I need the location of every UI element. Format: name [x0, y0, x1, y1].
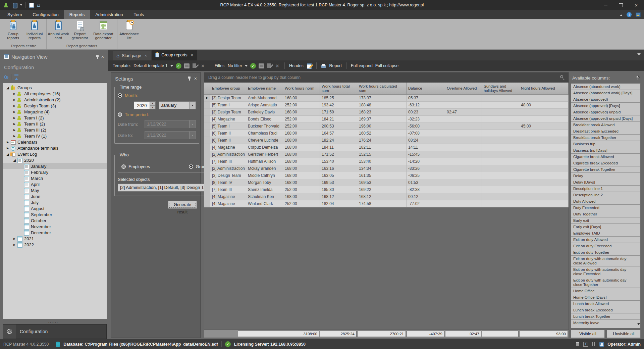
grid-row[interactable]: [4] MagazineSchulman Ken168:00168:12168:…	[204, 193, 569, 200]
available-column-item[interactable]: Cigarette break Allowed	[571, 154, 640, 160]
row-selector[interactable]	[204, 165, 210, 172]
column-header-night-hours-allowed[interactable]: Night hours Allowed	[519, 83, 569, 94]
available-column-item[interactable]: Maternity leave [Days]	[571, 326, 640, 328]
edit-template-icon[interactable]	[192, 63, 198, 68]
employees-radio-row[interactable]: Employees	[121, 164, 189, 169]
collapsed-arrow-icon[interactable]	[12, 243, 17, 246]
month-select[interactable]: January	[159, 101, 196, 109]
grid-row[interactable]: [3] Design TeamArab Muhannad168:00185:25…	[204, 95, 569, 102]
report-button[interactable]: Report	[329, 63, 342, 68]
row-selector[interactable]	[204, 109, 210, 116]
grid-row[interactable]: [2] AdministractionMckay Branden168:0016…	[204, 165, 569, 172]
collapsed-arrow-icon[interactable]	[12, 110, 17, 113]
nav-resize-handle[interactable]: ......	[0, 319, 107, 323]
tree-item-event-log[interactable]: Event Log	[3, 151, 107, 157]
menu-tab-administration[interactable]: Administration	[90, 10, 128, 19]
unvisible-all-button[interactable]: Unvisible all	[607, 330, 641, 338]
available-column-item[interactable]: Breakfast break Exceeded	[571, 128, 640, 135]
available-column-item[interactable]: Absence (approved) unpaid [Days]	[571, 115, 640, 122]
minimize-button[interactable]	[598, 0, 613, 10]
month-radio-row[interactable]: Month:	[118, 93, 196, 98]
tree-item-may[interactable]: May	[3, 187, 107, 193]
tree-item-all-employees-16[interactable]: All employees (16)	[3, 91, 107, 97]
tab-overflow-chevron-icon[interactable]	[637, 53, 641, 57]
available-column-item[interactable]: Lunch break Allowed	[571, 301, 640, 307]
apply-template-icon[interactable]	[176, 63, 181, 69]
available-column-item[interactable]: Absence (abandoned work) [Days]	[571, 90, 640, 96]
full-collapse-button[interactable]: Full collapse	[375, 63, 398, 68]
year-input[interactable]: 2020	[134, 101, 150, 109]
group-reports-button[interactable]: Group reports	[2, 19, 24, 44]
close-button[interactable]	[629, 0, 644, 10]
collapsed-arrow-icon[interactable]	[12, 116, 17, 119]
collapsed-arrow-icon[interactable]	[12, 129, 17, 132]
scroll-up-icon[interactable]	[637, 74, 640, 78]
available-column-item[interactable]: Delay [Days]	[571, 179, 640, 186]
group-by-bar[interactable]: Drag a column header here to group by th…	[204, 72, 569, 83]
collapsed-arrow-icon[interactable]	[12, 122, 17, 126]
year-stepper[interactable]: ▲▼	[150, 101, 156, 109]
collapsed-arrow-icon[interactable]	[12, 98, 17, 101]
maximize-button[interactable]	[613, 0, 629, 10]
row-selector[interactable]	[204, 144, 210, 151]
tree-item-january[interactable]: January	[3, 163, 107, 169]
date-from-field[interactable]: 1/12/2022	[145, 120, 196, 128]
column-header-work-hours-calculated-sum[interactable]: Work hours calculated sum	[357, 83, 407, 94]
menu-tab-tools[interactable]: Tools	[128, 10, 149, 19]
row-selector[interactable]	[204, 200, 210, 207]
chevron-down-icon[interactable]	[245, 65, 248, 68]
report-generator-button[interactable]: Report generator	[69, 19, 91, 44]
available-column-item[interactable]: Business trip [Days]	[571, 147, 640, 154]
available-column-item[interactable]: Cigarette break Together	[571, 166, 640, 173]
expanded-arrow-icon[interactable]	[5, 86, 10, 90]
available-column-item[interactable]: Home Office [Days]	[571, 294, 640, 301]
available-column-item[interactable]: Duty Allowed	[571, 198, 640, 205]
date-to-field[interactable]: 1/12/2022	[145, 131, 196, 139]
annual-work-card-button[interactable]: Annual work card	[48, 19, 69, 44]
grid-row[interactable]: [4] MagazineCorpuz Demelza168:00184:1118…	[204, 144, 569, 151]
employees-radio[interactable]	[121, 164, 126, 169]
available-column-item[interactable]: Employee TAID	[571, 230, 640, 237]
time-period-radio[interactable]	[118, 112, 122, 117]
available-column-item[interactable]: Exit on duty with automatic day close Al…	[571, 256, 640, 266]
pin-icon[interactable]	[96, 55, 99, 59]
navigation-view-icon[interactable]	[29, 2, 34, 8]
full-expand-button[interactable]: Full expand	[351, 63, 373, 68]
available-column-item[interactable]: Business trip	[571, 141, 640, 147]
delete-template-icon[interactable]	[200, 63, 206, 68]
text-size-icon[interactable]	[583, 342, 588, 347]
filter-dropdown[interactable]: No filter	[228, 63, 242, 68]
groups-radio[interactable]	[189, 164, 193, 169]
grid-row[interactable]: [7] Team IIIHuffman Allison168:00153:401…	[204, 158, 569, 165]
collapse-ribbon-icon[interactable]	[620, 13, 623, 16]
available-column-item[interactable]: Home Office	[571, 288, 640, 294]
tree-item-calendars[interactable]: Calendars	[3, 139, 107, 145]
available-column-item[interactable]: Exit on duty Exceeded	[571, 243, 640, 249]
tree-item-magazine-4[interactable]: Magazine (4)	[3, 109, 107, 115]
tree-item-july[interactable]: July	[3, 199, 107, 205]
grid-row[interactable]: [5] Team IArispe Anastatio252:00193:4218…	[204, 102, 569, 109]
tree-item-team-ii-2[interactable]: Team II (2)	[3, 121, 107, 127]
individual-reports-button[interactable]: Individual reports	[24, 19, 45, 44]
available-column-item[interactable]: Breakfast break Together	[571, 135, 640, 141]
edit-header-icon[interactable]	[307, 63, 312, 68]
month-radio[interactable]	[118, 93, 122, 98]
operator-icon[interactable]	[3, 2, 9, 8]
column-header-overtime-allowed[interactable]: Overtime Allowed	[445, 83, 482, 94]
grid-row[interactable]: [3] Design TeamBerkeley Davis168:00171:5…	[204, 109, 569, 116]
pin-icon[interactable]	[188, 77, 191, 81]
template-dropdown[interactable]: Default template 1	[133, 63, 167, 68]
available-column-item[interactable]: Early exit	[571, 217, 640, 224]
column-header-work-hours-total-sum[interactable]: Work hours total sum	[320, 83, 357, 94]
collapsed-arrow-icon[interactable]	[5, 147, 10, 150]
expanded-arrow-icon[interactable]	[12, 158, 17, 162]
save-filter-icon[interactable]	[259, 63, 264, 68]
info-icon[interactable]	[627, 12, 632, 17]
available-column-item[interactable]: Description line 1	[571, 186, 640, 192]
tree-item-june[interactable]: June	[3, 193, 107, 199]
grid-row[interactable]: [4] MagazineBonds Eliseo252:00184:21169:…	[204, 116, 569, 123]
row-selector[interactable]	[204, 158, 210, 165]
current-row-marker[interactable]	[204, 95, 210, 102]
tree-item-team-iii-2[interactable]: Team III (2)	[3, 127, 107, 133]
expanded-arrow-icon[interactable]	[5, 152, 10, 156]
